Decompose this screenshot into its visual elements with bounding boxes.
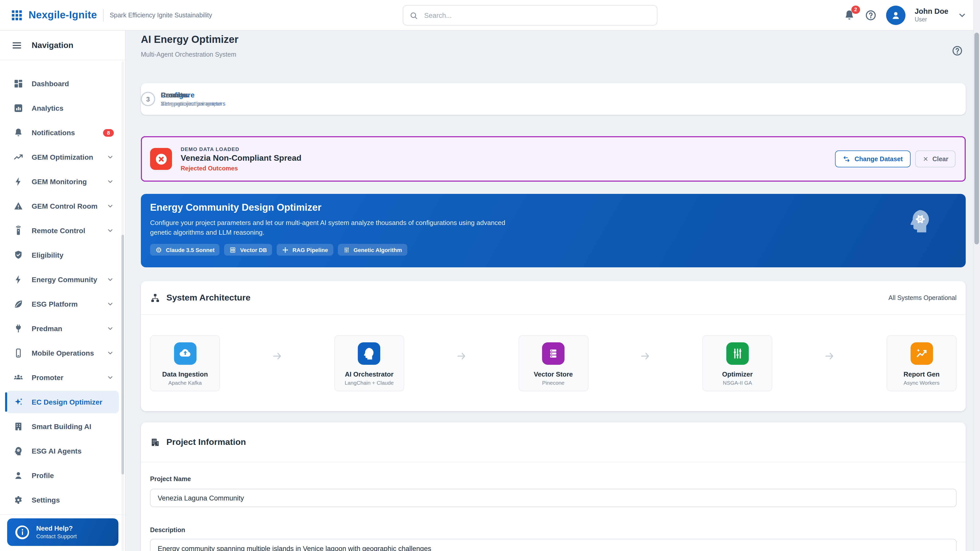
- cloud-upload-icon: [174, 342, 196, 365]
- building-icon: [150, 437, 160, 447]
- hero-title: Energy Community Design Optimizer: [150, 202, 956, 213]
- page-scrollbar-track[interactable]: [974, 0, 980, 551]
- bolt-icon: [13, 275, 24, 285]
- demo-banner-eyebrow: DEMO DATA LOADED: [181, 146, 835, 152]
- change-dataset-button[interactable]: Change Dataset: [835, 151, 910, 167]
- chip-genetic-algorithm: Genetic Algorithm: [338, 244, 407, 256]
- node-optimizer: Optimizer NSGA-II GA: [703, 335, 773, 391]
- search-input[interactable]: [423, 11, 651, 20]
- sidebar-item-profile[interactable]: Profile: [6, 464, 119, 487]
- remote-icon: [13, 225, 24, 236]
- trending-up-icon: [13, 152, 24, 162]
- step-results[interactable]: 3 Results View optimization output: [141, 83, 221, 115]
- help-icon[interactable]: [865, 9, 877, 21]
- node-vector-store: Vector Store Pinecone: [518, 335, 588, 391]
- sidebar-header: Navigation: [0, 30, 125, 60]
- demo-banner-title: Venezia Non-Compliant Spread: [181, 153, 835, 162]
- close-icon: [922, 156, 929, 162]
- architecture-header: System Architecture All Systems Operatio…: [141, 281, 966, 315]
- sidebar-item-gem-optimization[interactable]: GEM Optimization: [6, 146, 119, 168]
- sidebar-item-analytics[interactable]: Analytics: [6, 97, 119, 119]
- demo-banner-tag: Rejected Outcomes: [181, 165, 835, 171]
- sidebar-item-smart-building-ai[interactable]: Smart Building AI: [6, 415, 119, 438]
- chevron-down-icon: [107, 349, 114, 357]
- need-help-card[interactable]: Need Help? Contact Support: [7, 518, 118, 546]
- sliders-vertical-icon: [726, 342, 749, 365]
- sidebar-item-gem-control-room[interactable]: GEM Control Room: [6, 195, 119, 218]
- ai-head-gear-icon: [907, 207, 934, 235]
- help-card-title: Need Help?: [36, 524, 77, 533]
- people-icon: [13, 372, 24, 383]
- description-textarea[interactable]: Energy community spanning multiple islan…: [150, 539, 956, 551]
- network-icon: [282, 246, 289, 253]
- demo-data-banner: DEMO DATA LOADED Venezia Non-Compliant S…: [141, 136, 966, 182]
- chevron-down-icon: [107, 276, 114, 283]
- info-icon: [15, 525, 29, 539]
- architecture-status: All Systems Operational: [888, 294, 956, 301]
- user-avatar[interactable]: [886, 5, 905, 25]
- user-info: John Doe User: [915, 7, 948, 23]
- brand-group: Nexgile-Ignite Spark Efficiency Ignite S…: [0, 8, 212, 22]
- mobile-icon: [13, 348, 24, 358]
- chip-claude: Claude 3.5 Sonnet: [150, 244, 220, 256]
- page-subtitle: Multi-Agent Orchestration System: [141, 51, 236, 58]
- head-gear-icon: [358, 342, 380, 365]
- sidebar-scrollbar-thumb[interactable]: [121, 235, 124, 475]
- chip-vector-db: Vector DB: [224, 244, 272, 256]
- chevron-down-icon: [107, 325, 114, 332]
- clear-button[interactable]: Clear: [915, 151, 956, 167]
- page-help-icon[interactable]: [951, 45, 963, 57]
- rejected-x-circle-icon: [150, 148, 172, 170]
- help-card-subtitle: Contact Support: [36, 533, 77, 540]
- sidebar-item-mobile-operations[interactable]: Mobile Operations: [6, 342, 119, 364]
- hero-tech-chips: Claude 3.5 Sonnet Vector DB RAG Pipeline…: [150, 244, 956, 256]
- search-icon: [409, 11, 418, 20]
- sidebar-item-settings[interactable]: Settings: [6, 489, 119, 511]
- app-logo-grid-icon: [10, 8, 24, 22]
- brand-divider: [103, 9, 103, 21]
- optimizer-hero-card: Energy Community Design Optimizer Config…: [141, 194, 966, 267]
- sidebar-item-energy-community[interactable]: Energy Community: [6, 268, 119, 291]
- user-menu-chevron-icon[interactable]: [958, 11, 967, 20]
- building-icon: [13, 421, 24, 432]
- plug-icon: [13, 324, 24, 333]
- project-info-header: Project Information: [141, 422, 966, 462]
- sidebar-item-promoter[interactable]: Promoter: [6, 366, 119, 389]
- project-name-input[interactable]: [150, 489, 956, 507]
- node-data-ingestion: Data Ingestion Apache Kafka: [150, 335, 220, 391]
- page-scrollbar-thumb[interactable]: [974, 33, 979, 245]
- notifications-button[interactable]: 2: [843, 9, 856, 21]
- user-role: User: [915, 16, 948, 23]
- sidebar-item-esg-platform[interactable]: ESG Platform: [6, 293, 119, 315]
- chip-rag-pipeline: RAG Pipeline: [277, 244, 333, 256]
- arrow-right-icon: [404, 351, 519, 362]
- sidebar-item-remote-control[interactable]: Remote Control: [6, 219, 119, 242]
- cpu-icon: [155, 246, 162, 253]
- global-search[interactable]: [403, 5, 657, 25]
- chevron-down-icon: [107, 227, 114, 234]
- brand-tagline: Spark Efficiency Ignite Sustainability: [110, 11, 212, 19]
- brand-name: Nexgile-Ignite: [29, 9, 97, 21]
- sidebar-item-notifications[interactable]: Notifications8: [6, 121, 119, 144]
- architecture-title: System Architecture: [166, 292, 888, 303]
- description-label: Description: [150, 527, 185, 534]
- page-title: AI Energy Optimizer: [141, 34, 239, 45]
- demo-banner-actions: Change Dataset Clear: [835, 151, 956, 167]
- sidebar-item-gem-monitoring[interactable]: GEM Monitoring: [6, 170, 119, 193]
- chevron-down-icon: [107, 300, 114, 308]
- sidebar-item-dashboard[interactable]: Dashboard: [6, 73, 119, 95]
- sidebar-item-eligibility[interactable]: Eligibility: [6, 244, 119, 266]
- person-icon: [13, 470, 24, 481]
- sidebar-item-esg-ai-agents[interactable]: ESG AI Agents: [6, 440, 119, 462]
- menu-icon[interactable]: [11, 40, 22, 51]
- chart-sparkle-icon: [910, 342, 933, 365]
- bell-icon: [13, 127, 24, 138]
- arrow-right-icon: [773, 351, 887, 362]
- sidebar-item-predman[interactable]: Predman: [6, 318, 119, 340]
- notifications-count-badge: 2: [851, 5, 860, 14]
- sidebar-item-ec-design-optimizer[interactable]: EC Design Optimizer: [6, 391, 119, 413]
- user-name: John Doe: [915, 7, 948, 16]
- head-gear-icon: [13, 446, 24, 456]
- sitemap-icon: [150, 292, 160, 303]
- top-header: Nexgile-Ignite Spark Efficiency Ignite S…: [0, 0, 980, 30]
